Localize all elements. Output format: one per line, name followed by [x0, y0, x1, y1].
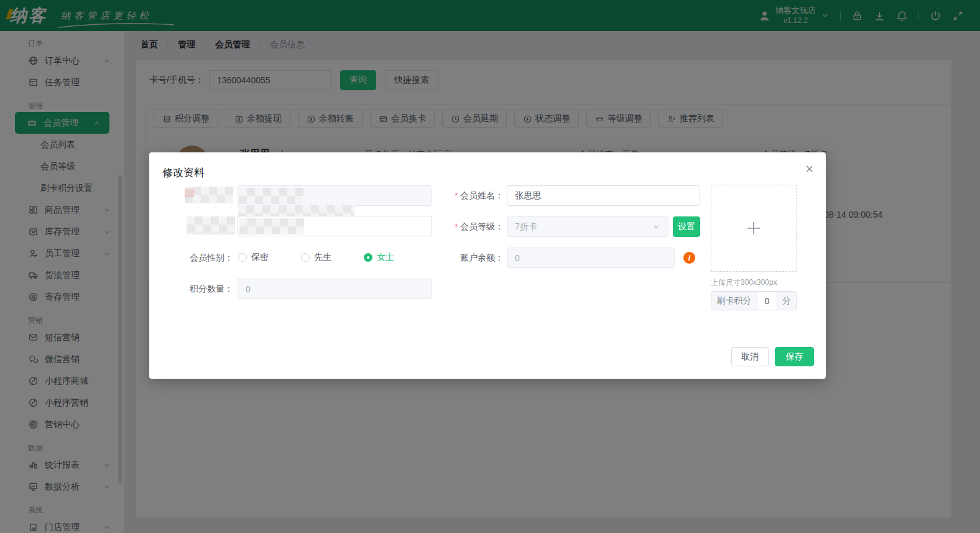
radio-unselected-icon[interactable] — [238, 253, 247, 262]
member-level-label: 会员等级： — [441, 221, 504, 233]
gender-option-secret[interactable]: 保密 — [238, 252, 269, 263]
balance-input[interactable] — [507, 248, 675, 268]
swipe-points-suffix: 分 — [777, 292, 796, 310]
info-icon[interactable]: i — [683, 252, 695, 264]
chevron-down-icon — [652, 223, 660, 231]
level-set-button[interactable]: 设置 — [673, 216, 700, 237]
modal-title: 修改资料 — [162, 165, 205, 180]
gender-label: 会员性别： — [171, 253, 233, 264]
points-label: 积分数量： — [171, 284, 233, 295]
redacted-pixel — [185, 188, 194, 197]
gender-radio-group: 保密 先生 女士 — [238, 252, 427, 263]
edit-profile-modal: 修改资料 × 会员性别： 保密 先生 女士 — [149, 152, 826, 379]
redacted-field-2[interactable] — [238, 216, 432, 236]
radio-unselected-icon[interactable] — [301, 253, 310, 262]
swipe-points-input[interactable] — [757, 292, 777, 310]
member-name-input[interactable] — [507, 185, 700, 206]
cancel-button[interactable]: 取消 — [731, 347, 769, 366]
points-input[interactable] — [238, 279, 432, 299]
member-level-select[interactable]: 7折卡 — [507, 216, 668, 237]
swipe-points-prefix: 刷卡积分 — [711, 292, 757, 310]
radio-selected-icon[interactable] — [364, 253, 372, 262]
gender-option-female[interactable]: 女士 — [364, 252, 394, 263]
redacted-value-2 — [239, 218, 304, 234]
upload-photo-button[interactable] — [711, 185, 797, 272]
redacted-label-1 — [185, 187, 233, 203]
redacted-field-1 — [238, 185, 432, 206]
close-icon[interactable]: × — [805, 162, 813, 176]
swipe-points-group: 刷卡积分 分 — [711, 291, 797, 310]
save-button[interactable]: 保存 — [775, 347, 814, 366]
upload-size-hint: 上传尺寸300x300px — [711, 277, 777, 288]
redacted-label-2 — [187, 216, 235, 234]
page: 纳客 纳客管店更轻松 纳客文玩店 v1.12.2 — [0, 0, 980, 533]
balance-label: 账户余额： — [441, 253, 504, 264]
gender-option-male[interactable]: 先生 — [301, 252, 331, 263]
plus-icon — [744, 219, 763, 238]
member-name-label: 会员姓名： — [441, 190, 504, 202]
redacted-value-1 — [239, 188, 303, 204]
